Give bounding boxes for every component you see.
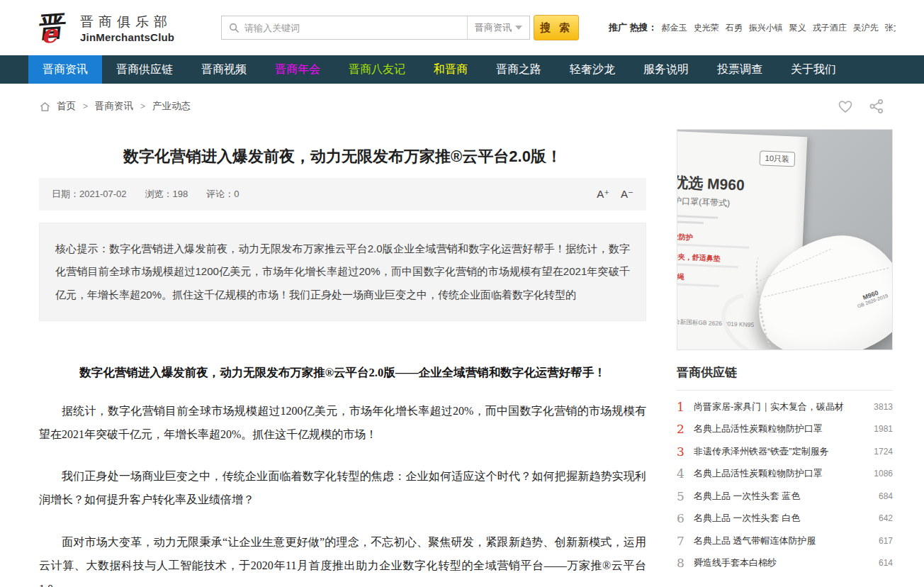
rank-number: 6 — [677, 511, 694, 525]
package-text-bar — [677, 263, 738, 268]
package-text-bar — [677, 243, 750, 249]
article-comments: 评论：0 — [206, 188, 239, 201]
breadcrumb-section[interactable]: 晋商资讯 — [95, 100, 133, 113]
product-subtitle: 护口罩(耳带式) — [677, 195, 731, 209]
rank-item-count: 1981 — [874, 424, 893, 434]
nav-item-shalong[interactable]: 轻奢沙龙 — [556, 55, 629, 84]
logo-mark-icon: 晋 e — [39, 9, 74, 47]
hot-search-term[interactable]: 吴沪先 — [853, 22, 879, 34]
breadcrumb: 首页 > 晋商资讯 > 产业动态 — [39, 100, 191, 113]
rank-item-count: 614 — [879, 558, 893, 568]
sidebar-ranking-list: 1 尚晋家居-家具门｜实木复合，碳晶材 3813 2 名典上品活性炭颗粒物防护口… — [677, 396, 893, 574]
nav-item-jinshang-zixun[interactable]: 晋商资讯 — [28, 55, 102, 84]
rank-item-count: 684 — [879, 491, 893, 501]
article-views: 浏览：198 — [145, 188, 188, 201]
nav-item-hejinshang[interactable]: 和晋商 — [419, 55, 482, 84]
rank-number: 5 — [677, 489, 694, 503]
page: 晋 e 晋商俱乐部 JinMerchantsClub 晋商资讯 — [0, 0, 924, 587]
rank-item-title: 名典上品 透气带帽连体防护服 — [694, 535, 873, 547]
nav-item-guanyu[interactable]: 关于我们 — [777, 55, 850, 84]
search-field[interactable] — [222, 16, 467, 39]
article: 数字化营销进入爆发前夜，动力无限发布万家推®云平台2.0版！ 日期：2021-0… — [39, 129, 646, 587]
rank-number: 8 — [677, 556, 694, 570]
ranking-item[interactable]: 6 名典上品 一次性头套 白色 642 — [677, 508, 893, 530]
hot-search-term[interactable]: 石勇 — [726, 22, 743, 34]
article-paragraph: 我们正身处一场商业巨变之中，传统企业面临着数字化转型的焦虑：企业如何适应这个时代… — [39, 465, 646, 512]
hot-search: 推广 热搜： 郝金玉 史光荣 石勇 振兴小镇 聚义 戎子酒庄 吴沪先 张文泉 侯… — [609, 21, 896, 34]
rank-item-count: 1086 — [874, 469, 893, 479]
rank-item-title: 尚晋家居-家具门｜实木复合，碳晶材 — [694, 401, 868, 413]
sidebar-ranking-title: 晋商供应链 — [677, 364, 893, 391]
mask-print: M960 GB 2626-2019 — [855, 286, 889, 309]
hot-search-term[interactable]: 张文泉 — [885, 22, 896, 34]
home-icon — [39, 101, 51, 113]
rank-number: 4 — [677, 466, 694, 481]
site-logo[interactable]: 晋 e 晋商俱乐部 JinMerchantsClub — [39, 9, 198, 47]
search-button[interactable]: 搜 索 — [534, 15, 579, 40]
ranking-item[interactable]: 7 名典上品 透气带帽连体防护服 617 — [677, 530, 893, 552]
breadcrumb-separator: > — [140, 101, 145, 111]
sidebar-product-image[interactable]: 10只装 优选 M960 护口罩(耳带式) 业防护 梁夹，舒适鼻垫 耳绳 布 符… — [677, 129, 893, 350]
breadcrumb-current[interactable]: 产业动态 — [152, 100, 191, 113]
hot-search-label: 推广 热搜： — [609, 21, 658, 34]
breadcrumb-row: 首页 > 晋商资讯 > 产业动态 — [28, 84, 896, 129]
rank-number: 1 — [677, 400, 694, 414]
rank-item-count: 642 — [879, 513, 893, 523]
article-paragraph: 面对市场大变革，动力无限秉承“让企业生意更好做”的理念，不忘初心、聚焦研发，紧跟… — [39, 531, 646, 587]
nav-item-shipin[interactable]: 晋商视频 — [187, 55, 261, 84]
article-title: 数字化营销进入爆发前夜，动力无限发布万家推®云平台2.0版！ — [39, 146, 646, 167]
sidebar: 10只装 优选 M960 护口罩(耳带式) 业防护 梁夹，舒适鼻垫 耳绳 布 符… — [677, 129, 893, 587]
product-feature: 梁夹，舒适鼻垫 — [677, 252, 721, 264]
search-bar: 晋商资讯 搜 索 — [221, 16, 579, 40]
package-count-badge: 10只装 — [759, 150, 795, 167]
ranking-item[interactable]: 8 舜造线手套本白棉纱 614 — [677, 552, 893, 575]
rank-item-count: 3813 — [874, 402, 893, 412]
search-category-select[interactable]: 晋商资讯 — [467, 16, 529, 39]
breadcrumb-home[interactable]: 首页 — [57, 100, 76, 113]
rank-number: 7 — [677, 534, 694, 548]
favorite-heart-icon[interactable] — [837, 98, 854, 115]
hot-search-term[interactable]: 戎子酒庄 — [813, 22, 847, 34]
package-text-bar — [677, 283, 719, 287]
nav-item-zhilu[interactable]: 晋商之路 — [482, 55, 556, 84]
hot-search-term[interactable]: 史光荣 — [694, 22, 719, 34]
logo-name-en: JinMerchantsClub — [80, 31, 174, 43]
article-date: 日期：2021-07-02 — [52, 188, 127, 201]
nav-item-fuwu[interactable]: 服务说明 — [629, 55, 703, 84]
nav-item-nianhui[interactable]: 晋商年会 — [261, 55, 334, 84]
hot-search-term[interactable]: 聚义 — [789, 22, 806, 34]
hot-search-term[interactable]: 郝金玉 — [662, 22, 687, 34]
ranking-item[interactable]: 2 名典上品活性炭颗粒物防护口罩 1981 — [677, 418, 893, 441]
search-icon — [229, 23, 240, 33]
nav-item-toupiao[interactable]: 投票调查 — [703, 55, 777, 84]
chevron-down-icon — [515, 26, 522, 30]
rank-item-count: 617 — [879, 536, 893, 546]
rank-item-title: 名典上品活性炭颗粒物防护口罩 — [694, 467, 868, 480]
package-text-bar — [677, 215, 718, 219]
nav-item-bayouji[interactable]: 晋商八友记 — [334, 55, 419, 84]
ranking-item[interactable]: 5 名典上品 一次性头套 蓝色 684 — [677, 485, 893, 508]
ranking-item[interactable]: 3 非遗传承泽州铁器“铁壶”定制服务 1724 — [677, 440, 893, 463]
search-box: 晋商资讯 — [221, 16, 530, 40]
main-nav: 晋商资讯 晋商供应链 晋商视频 晋商年会 晋商八友记 和晋商 晋商之路 轻奢沙龙… — [0, 55, 924, 84]
logo-text: 晋商俱乐部 JinMerchantsClub — [80, 13, 174, 43]
font-decrease-button[interactable]: A⁻ — [621, 188, 633, 201]
ranking-item[interactable]: 4 名典上品活性炭颗粒物防护口罩 1086 — [677, 463, 893, 486]
rank-item-title: 非遗传承泽州铁器“铁壶”定制服务 — [694, 445, 868, 458]
rank-item-count: 1724 — [874, 447, 893, 457]
search-category-value: 晋商资讯 — [475, 21, 512, 34]
core-tip-box: 核心提示：数字化营销进入爆发前夜，动力无限发布万家推云平台2.0版企业全域营销和… — [39, 223, 646, 321]
nav-item-gongyinglian[interactable]: 晋商供应链 — [102, 55, 187, 84]
hot-search-term[interactable]: 振兴小镇 — [749, 22, 783, 34]
logo-e-glyph: e — [41, 18, 57, 48]
rank-item-title: 舜造线手套本白棉纱 — [694, 557, 873, 569]
share-icon[interactable] — [868, 98, 885, 115]
search-input[interactable] — [244, 23, 460, 33]
site-header: 晋 e 晋商俱乐部 JinMerchantsClub 晋商资讯 — [28, 0, 896, 55]
font-size-controls: A⁺ A⁻ — [597, 188, 633, 201]
ranking-item[interactable]: 1 尚晋家居-家具门｜实木复合，碳晶材 3813 — [677, 396, 893, 418]
font-increase-button[interactable]: A⁺ — [597, 188, 609, 201]
product-feature: 耳绳 — [677, 272, 684, 282]
rank-item-title: 名典上品 一次性头套 白色 — [694, 512, 873, 525]
article-section-heading: 数字化营销进入爆发前夜，动力无限发布万家推®云平台2.0版——企业全域营销和数字… — [39, 365, 646, 381]
